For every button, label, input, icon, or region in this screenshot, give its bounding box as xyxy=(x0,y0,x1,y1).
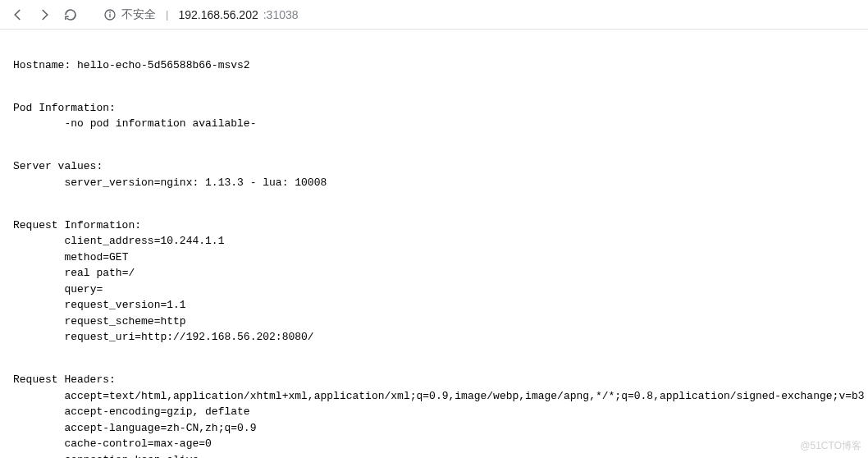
pod-info-label: Pod Information: xyxy=(13,102,116,114)
url-port: :31038 xyxy=(263,8,299,21)
request-info-line: client_address=10.244.1.1 xyxy=(64,235,224,247)
page-content: Hostname: hello-echo-5d56588b66-msvs2 Po… xyxy=(0,30,868,458)
request-info-line: method=GET xyxy=(64,251,128,263)
back-button[interactable] xyxy=(7,3,30,26)
address-divider: | xyxy=(166,8,168,21)
reload-button[interactable] xyxy=(59,3,82,26)
request-info-line: request_uri=http://192.168.56.202:8080/ xyxy=(64,331,313,343)
arrow-left-icon xyxy=(11,7,25,22)
request-headers-section: Request Headers: accept=text/html,applic… xyxy=(13,372,855,458)
svg-point-2 xyxy=(110,11,111,12)
request-headers-line: accept-encoding=gzip, deflate xyxy=(64,405,249,418)
forward-button[interactable] xyxy=(33,3,56,26)
arrow-right-icon xyxy=(37,7,52,22)
server-values-section: Server values: server_version=nginx: 1.1… xyxy=(13,158,855,190)
request-info-line: request_version=1.1 xyxy=(64,299,185,311)
request-headers-line: connection=keep-alive xyxy=(64,454,199,459)
url-host: 192.168.56.202 xyxy=(178,8,258,21)
watermark: @51CTO博客 xyxy=(800,439,861,453)
request-info-line: real path=/ xyxy=(64,267,135,279)
info-icon xyxy=(103,8,116,21)
server-values-value: server_version=nginx: 1.13.3 - lua: 1000… xyxy=(64,176,327,189)
request-headers-line: accept-language=zh-CN,zh;q=0.9 xyxy=(64,422,256,434)
request-info-line: query= xyxy=(64,283,103,295)
request-headers-line: cache-control=max-age=0 xyxy=(64,437,211,450)
address-bar[interactable]: 不安全 | 192.168.56.202:31038 xyxy=(95,3,861,26)
request-info-label: Request Information: xyxy=(13,219,141,231)
request-headers-line: accept=text/html,application/xhtml+xml,a… xyxy=(64,390,864,402)
hostname-label: Hostname: xyxy=(13,59,71,71)
hostname-section: Hostname: hello-echo-5d56588b66-msvs2 xyxy=(13,57,855,74)
request-info-section: Request Information: client_address=10.2… xyxy=(13,218,855,346)
reload-icon xyxy=(63,7,78,22)
pod-info-value: -no pod information available- xyxy=(64,117,256,130)
hostname-value: hello-echo-5d56588b66-msvs2 xyxy=(77,59,250,71)
security-label: 不安全 xyxy=(121,7,156,22)
request-headers-label: Request Headers: xyxy=(13,373,116,386)
pod-info-section: Pod Information: -no pod information ava… xyxy=(13,100,855,132)
browser-toolbar: 不安全 | 192.168.56.202:31038 xyxy=(0,0,868,30)
server-values-label: Server values: xyxy=(13,160,103,172)
request-info-line: request_scheme=http xyxy=(64,315,185,327)
